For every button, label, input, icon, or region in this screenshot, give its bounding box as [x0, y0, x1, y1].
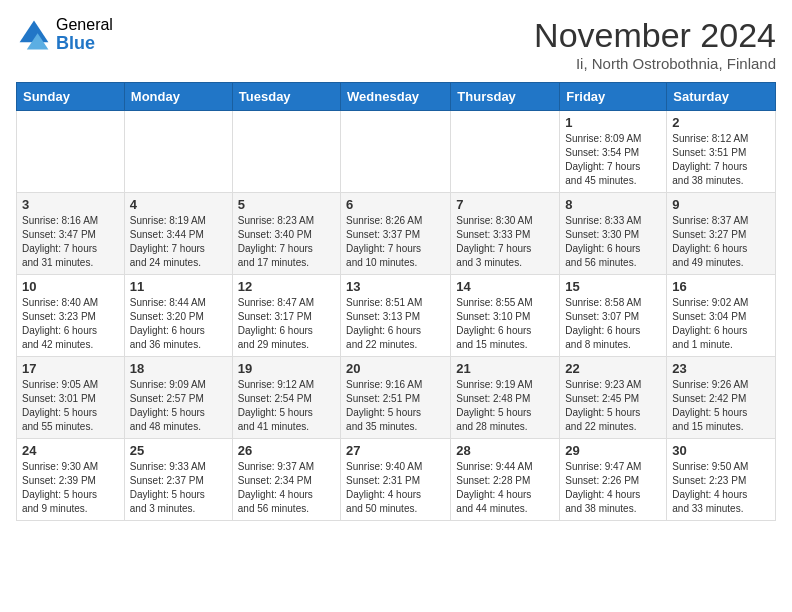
- col-saturday: Saturday: [667, 83, 776, 111]
- calendar: Sunday Monday Tuesday Wednesday Thursday…: [16, 82, 776, 521]
- day-cell: 17Sunrise: 9:05 AM Sunset: 3:01 PM Dayli…: [17, 357, 125, 439]
- day-cell: [451, 111, 560, 193]
- day-info: Sunrise: 8:33 AM Sunset: 3:30 PM Dayligh…: [565, 214, 661, 270]
- title-section: November 2024 Ii, North Ostrobothnia, Fi…: [534, 16, 776, 72]
- day-cell: 2Sunrise: 8:12 AM Sunset: 3:51 PM Daylig…: [667, 111, 776, 193]
- day-info: Sunrise: 8:47 AM Sunset: 3:17 PM Dayligh…: [238, 296, 335, 352]
- day-cell: 23Sunrise: 9:26 AM Sunset: 2:42 PM Dayli…: [667, 357, 776, 439]
- week-row-3: 10Sunrise: 8:40 AM Sunset: 3:23 PM Dayli…: [17, 275, 776, 357]
- week-row-1: 1Sunrise: 8:09 AM Sunset: 3:54 PM Daylig…: [17, 111, 776, 193]
- day-info: Sunrise: 9:23 AM Sunset: 2:45 PM Dayligh…: [565, 378, 661, 434]
- day-info: Sunrise: 8:12 AM Sunset: 3:51 PM Dayligh…: [672, 132, 770, 188]
- day-number: 2: [672, 115, 770, 130]
- day-info: Sunrise: 8:40 AM Sunset: 3:23 PM Dayligh…: [22, 296, 119, 352]
- day-info: Sunrise: 8:55 AM Sunset: 3:10 PM Dayligh…: [456, 296, 554, 352]
- day-info: Sunrise: 8:19 AM Sunset: 3:44 PM Dayligh…: [130, 214, 227, 270]
- day-number: 10: [22, 279, 119, 294]
- day-number: 1: [565, 115, 661, 130]
- logo-general: General: [56, 16, 113, 34]
- day-number: 15: [565, 279, 661, 294]
- page-header: General Blue November 2024 Ii, North Ost…: [16, 16, 776, 72]
- day-cell: 14Sunrise: 8:55 AM Sunset: 3:10 PM Dayli…: [451, 275, 560, 357]
- day-number: 8: [565, 197, 661, 212]
- day-cell: [232, 111, 340, 193]
- week-row-5: 24Sunrise: 9:30 AM Sunset: 2:39 PM Dayli…: [17, 439, 776, 521]
- day-number: 5: [238, 197, 335, 212]
- day-number: 20: [346, 361, 445, 376]
- day-cell: 8Sunrise: 8:33 AM Sunset: 3:30 PM Daylig…: [560, 193, 667, 275]
- day-number: 6: [346, 197, 445, 212]
- day-cell: 27Sunrise: 9:40 AM Sunset: 2:31 PM Dayli…: [341, 439, 451, 521]
- day-number: 12: [238, 279, 335, 294]
- day-info: Sunrise: 8:44 AM Sunset: 3:20 PM Dayligh…: [130, 296, 227, 352]
- day-number: 24: [22, 443, 119, 458]
- day-cell: 7Sunrise: 8:30 AM Sunset: 3:33 PM Daylig…: [451, 193, 560, 275]
- day-cell: 24Sunrise: 9:30 AM Sunset: 2:39 PM Dayli…: [17, 439, 125, 521]
- day-cell: 1Sunrise: 8:09 AM Sunset: 3:54 PM Daylig…: [560, 111, 667, 193]
- day-cell: [341, 111, 451, 193]
- col-friday: Friday: [560, 83, 667, 111]
- day-number: 27: [346, 443, 445, 458]
- day-cell: 19Sunrise: 9:12 AM Sunset: 2:54 PM Dayli…: [232, 357, 340, 439]
- day-info: Sunrise: 9:37 AM Sunset: 2:34 PM Dayligh…: [238, 460, 335, 516]
- col-wednesday: Wednesday: [341, 83, 451, 111]
- day-number: 16: [672, 279, 770, 294]
- day-number: 26: [238, 443, 335, 458]
- day-info: Sunrise: 9:33 AM Sunset: 2:37 PM Dayligh…: [130, 460, 227, 516]
- main-title: November 2024: [534, 16, 776, 55]
- day-number: 23: [672, 361, 770, 376]
- day-cell: 30Sunrise: 9:50 AM Sunset: 2:23 PM Dayli…: [667, 439, 776, 521]
- day-cell: [17, 111, 125, 193]
- day-cell: 29Sunrise: 9:47 AM Sunset: 2:26 PM Dayli…: [560, 439, 667, 521]
- day-number: 11: [130, 279, 227, 294]
- day-info: Sunrise: 8:51 AM Sunset: 3:13 PM Dayligh…: [346, 296, 445, 352]
- day-info: Sunrise: 9:19 AM Sunset: 2:48 PM Dayligh…: [456, 378, 554, 434]
- day-info: Sunrise: 9:44 AM Sunset: 2:28 PM Dayligh…: [456, 460, 554, 516]
- col-thursday: Thursday: [451, 83, 560, 111]
- week-row-2: 3Sunrise: 8:16 AM Sunset: 3:47 PM Daylig…: [17, 193, 776, 275]
- day-number: 29: [565, 443, 661, 458]
- col-monday: Monday: [124, 83, 232, 111]
- day-info: Sunrise: 8:30 AM Sunset: 3:33 PM Dayligh…: [456, 214, 554, 270]
- day-cell: 21Sunrise: 9:19 AM Sunset: 2:48 PM Dayli…: [451, 357, 560, 439]
- day-number: 14: [456, 279, 554, 294]
- day-info: Sunrise: 8:26 AM Sunset: 3:37 PM Dayligh…: [346, 214, 445, 270]
- day-number: 25: [130, 443, 227, 458]
- day-info: Sunrise: 8:37 AM Sunset: 3:27 PM Dayligh…: [672, 214, 770, 270]
- day-cell: 22Sunrise: 9:23 AM Sunset: 2:45 PM Dayli…: [560, 357, 667, 439]
- day-number: 7: [456, 197, 554, 212]
- day-number: 3: [22, 197, 119, 212]
- day-info: Sunrise: 9:50 AM Sunset: 2:23 PM Dayligh…: [672, 460, 770, 516]
- day-info: Sunrise: 9:12 AM Sunset: 2:54 PM Dayligh…: [238, 378, 335, 434]
- day-info: Sunrise: 9:40 AM Sunset: 2:31 PM Dayligh…: [346, 460, 445, 516]
- day-info: Sunrise: 9:05 AM Sunset: 3:01 PM Dayligh…: [22, 378, 119, 434]
- day-info: Sunrise: 8:58 AM Sunset: 3:07 PM Dayligh…: [565, 296, 661, 352]
- day-cell: 13Sunrise: 8:51 AM Sunset: 3:13 PM Dayli…: [341, 275, 451, 357]
- day-number: 19: [238, 361, 335, 376]
- calendar-header-row: Sunday Monday Tuesday Wednesday Thursday…: [17, 83, 776, 111]
- day-info: Sunrise: 9:26 AM Sunset: 2:42 PM Dayligh…: [672, 378, 770, 434]
- day-cell: 10Sunrise: 8:40 AM Sunset: 3:23 PM Dayli…: [17, 275, 125, 357]
- day-info: Sunrise: 8:09 AM Sunset: 3:54 PM Dayligh…: [565, 132, 661, 188]
- week-row-4: 17Sunrise: 9:05 AM Sunset: 3:01 PM Dayli…: [17, 357, 776, 439]
- day-number: 21: [456, 361, 554, 376]
- day-cell: 4Sunrise: 8:19 AM Sunset: 3:44 PM Daylig…: [124, 193, 232, 275]
- day-cell: 25Sunrise: 9:33 AM Sunset: 2:37 PM Dayli…: [124, 439, 232, 521]
- day-info: Sunrise: 9:47 AM Sunset: 2:26 PM Dayligh…: [565, 460, 661, 516]
- day-number: 9: [672, 197, 770, 212]
- day-cell: 15Sunrise: 8:58 AM Sunset: 3:07 PM Dayli…: [560, 275, 667, 357]
- day-number: 28: [456, 443, 554, 458]
- day-number: 22: [565, 361, 661, 376]
- col-sunday: Sunday: [17, 83, 125, 111]
- day-cell: 3Sunrise: 8:16 AM Sunset: 3:47 PM Daylig…: [17, 193, 125, 275]
- day-cell: 28Sunrise: 9:44 AM Sunset: 2:28 PM Dayli…: [451, 439, 560, 521]
- day-info: Sunrise: 9:09 AM Sunset: 2:57 PM Dayligh…: [130, 378, 227, 434]
- day-info: Sunrise: 8:23 AM Sunset: 3:40 PM Dayligh…: [238, 214, 335, 270]
- day-info: Sunrise: 8:16 AM Sunset: 3:47 PM Dayligh…: [22, 214, 119, 270]
- day-cell: 6Sunrise: 8:26 AM Sunset: 3:37 PM Daylig…: [341, 193, 451, 275]
- day-info: Sunrise: 9:02 AM Sunset: 3:04 PM Dayligh…: [672, 296, 770, 352]
- day-number: 30: [672, 443, 770, 458]
- day-cell: 20Sunrise: 9:16 AM Sunset: 2:51 PM Dayli…: [341, 357, 451, 439]
- day-cell: 11Sunrise: 8:44 AM Sunset: 3:20 PM Dayli…: [124, 275, 232, 357]
- logo[interactable]: General Blue: [16, 16, 113, 53]
